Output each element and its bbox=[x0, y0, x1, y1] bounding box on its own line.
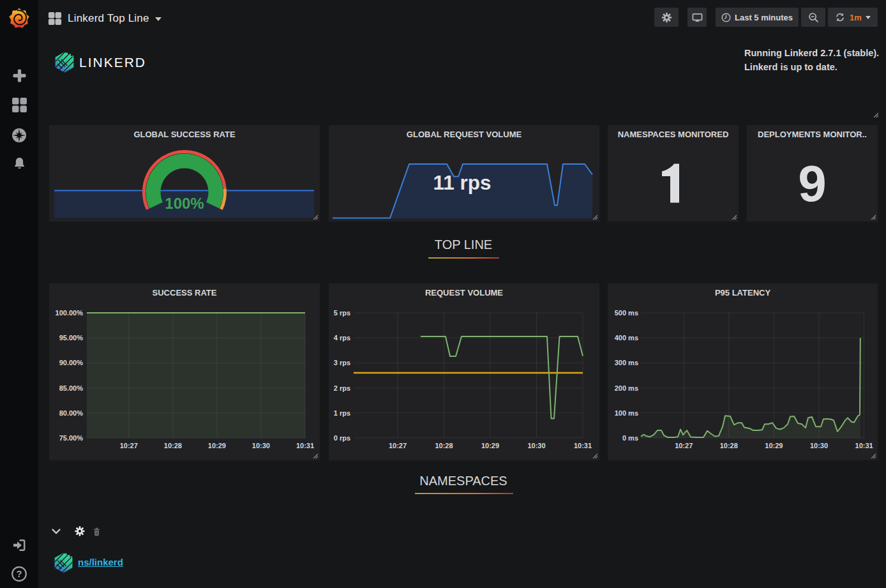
svg-text:5 rps: 5 rps bbox=[334, 309, 350, 317]
svg-text:80.00%: 80.00% bbox=[59, 409, 84, 417]
svg-text:10:29: 10:29 bbox=[481, 442, 499, 449]
svg-text:400 ms: 400 ms bbox=[615, 334, 638, 342]
svg-text:10:31: 10:31 bbox=[296, 442, 314, 449]
svg-text:10:30: 10:30 bbox=[527, 442, 545, 449]
svg-text:75.00%: 75.00% bbox=[59, 434, 84, 442]
svg-text:10:27: 10:27 bbox=[675, 442, 693, 449]
svg-text:10:29: 10:29 bbox=[208, 442, 226, 449]
svg-text:3 rps: 3 rps bbox=[334, 359, 350, 366]
svg-text:100.00%: 100.00% bbox=[56, 309, 84, 317]
svg-text:2 rps: 2 rps bbox=[334, 384, 350, 392]
svg-text:200 ms: 200 ms bbox=[615, 384, 638, 392]
svg-text:10:28: 10:28 bbox=[164, 442, 182, 449]
svg-text:?: ? bbox=[17, 569, 22, 579]
svg-text:10:29: 10:29 bbox=[765, 442, 783, 449]
svg-text:10:28: 10:28 bbox=[435, 442, 453, 449]
svg-text:10:27: 10:27 bbox=[120, 442, 138, 449]
svg-text:10:31: 10:31 bbox=[855, 442, 873, 449]
svg-text:85.00%: 85.00% bbox=[59, 384, 84, 392]
svg-text:100 ms: 100 ms bbox=[615, 409, 638, 417]
svg-text:0 rps: 0 rps bbox=[334, 434, 350, 442]
svg-text:10:30: 10:30 bbox=[810, 442, 828, 449]
svg-text:500 ms: 500 ms bbox=[615, 309, 638, 317]
svg-text:0 ms: 0 ms bbox=[622, 434, 638, 442]
svg-text:90.00%: 90.00% bbox=[59, 359, 84, 366]
svg-text:100%: 100% bbox=[165, 195, 204, 212]
svg-text:1 rps: 1 rps bbox=[334, 409, 350, 417]
svg-text:10:28: 10:28 bbox=[720, 442, 738, 449]
svg-text:95.00%: 95.00% bbox=[59, 334, 84, 342]
svg-text:10:30: 10:30 bbox=[252, 442, 270, 449]
svg-text:300 ms: 300 ms bbox=[615, 359, 638, 366]
svg-text:10:27: 10:27 bbox=[389, 442, 407, 449]
svg-text:10:31: 10:31 bbox=[574, 442, 592, 449]
svg-text:4 rps: 4 rps bbox=[334, 334, 350, 342]
svg-text:11 rps: 11 rps bbox=[433, 171, 491, 194]
